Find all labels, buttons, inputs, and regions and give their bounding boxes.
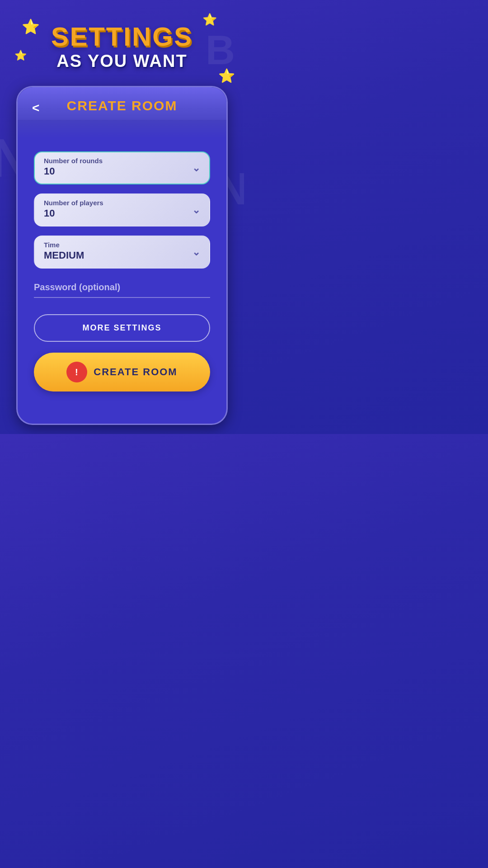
time-select-wrapper: Time MEDIUM ⌄ [34, 236, 210, 269]
create-room-button[interactable]: ! CREATE ROOM [34, 353, 210, 392]
time-value: MEDIUM [44, 250, 200, 261]
more-settings-button[interactable]: MORE SETTINGS [34, 314, 210, 342]
time-label: Time [44, 241, 200, 249]
time-chevron-icon: ⌄ [192, 246, 200, 258]
players-select[interactable]: Number of players 10 ⌄ [34, 193, 210, 226]
password-input-line[interactable] [34, 297, 210, 298]
rounds-select[interactable]: Number of rounds 10 ⌄ [34, 151, 210, 184]
players-select-wrapper: Number of players 10 ⌄ [34, 193, 210, 226]
players-label: Number of players [44, 199, 200, 207]
settings-card: < CREATE ROOM Number of rounds 10 ⌄ Numb… [16, 86, 228, 425]
card-header: < CREATE ROOM [18, 87, 226, 129]
rounds-value: 10 [44, 165, 200, 177]
title-section: SETTINGS AS YOU WANT [0, 0, 244, 71]
time-select[interactable]: Time MEDIUM ⌄ [34, 236, 210, 269]
card-title: CREATE ROOM [67, 98, 178, 113]
title-line2: AS YOU WANT [0, 52, 244, 71]
create-room-label: CREATE ROOM [94, 366, 177, 378]
password-label: Password (optional) [34, 282, 210, 292]
back-button[interactable]: < [28, 97, 43, 119]
rounds-chevron-icon: ⌄ [192, 162, 200, 174]
title-line1: SETTINGS [0, 24, 244, 50]
rounds-label: Number of rounds [44, 157, 200, 165]
players-chevron-icon: ⌄ [192, 204, 200, 216]
players-value: 10 [44, 208, 200, 219]
card-body: Number of rounds 10 ⌄ Number of players … [18, 129, 226, 405]
rounds-select-wrapper: Number of rounds 10 ⌄ [34, 151, 210, 184]
warning-icon: ! [66, 362, 87, 382]
password-section: Password (optional) [34, 278, 210, 301]
